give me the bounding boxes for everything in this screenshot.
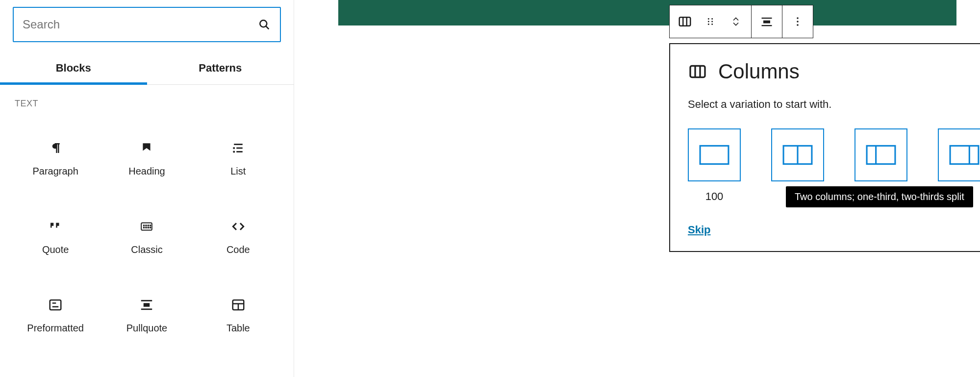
panel-description: Select a variation to start with. [688, 98, 980, 111]
block-preformatted[interactable]: Preformatted [10, 276, 101, 354]
skip-link[interactable]: Skip [688, 224, 710, 236]
svg-rect-20 [144, 303, 150, 307]
svg-point-12 [144, 227, 145, 228]
move-up-down[interactable] [728, 13, 744, 30]
variation-list: 100 [688, 128, 980, 203]
quote-icon [47, 218, 64, 235]
svg-point-11 [150, 225, 151, 226]
search-icon [257, 18, 271, 31]
svg-line-1 [266, 26, 269, 29]
block-label: Table [226, 323, 250, 334]
heading-icon [138, 139, 155, 157]
search-input[interactable] [23, 18, 257, 31]
block-label: Code [226, 244, 250, 255]
page-header-bar [338, 0, 956, 25]
svg-point-9 [146, 225, 147, 226]
block-toolbar [669, 5, 813, 38]
block-paragraph[interactable]: Paragraph [10, 119, 101, 197]
block-list[interactable]: List [193, 119, 284, 197]
svg-rect-43 [700, 146, 729, 164]
variation-tooltip: Two columns; one-third, two-thirds split [786, 186, 973, 207]
svg-rect-16 [50, 300, 61, 310]
block-label: Heading [128, 166, 165, 177]
svg-point-15 [150, 227, 151, 228]
block-grid: Paragraph Heading List Quote [0, 114, 294, 359]
svg-point-0 [260, 20, 267, 27]
svg-point-14 [148, 227, 149, 228]
svg-rect-35 [763, 21, 770, 24]
pullquote-icon [138, 296, 155, 314]
svg-point-28 [708, 18, 709, 20]
svg-point-31 [711, 21, 713, 23]
tab-patterns[interactable]: Patterns [147, 55, 294, 84]
list-icon [229, 139, 247, 157]
inserter-tabs: Blocks Patterns [0, 55, 294, 85]
paragraph-icon [47, 139, 64, 157]
svg-point-29 [711, 18, 713, 20]
tab-blocks[interactable]: Blocks [0, 55, 147, 85]
svg-rect-48 [950, 146, 979, 164]
variation-100[interactable]: 100 [688, 128, 741, 203]
block-label: Preformatted [27, 323, 84, 334]
svg-point-32 [708, 24, 709, 25]
table-icon [229, 296, 247, 314]
align-button[interactable] [758, 13, 775, 30]
block-pullquote[interactable]: Pullquote [101, 276, 192, 354]
block-inserter-sidebar: Blocks Patterns TEXT Paragraph Heading [0, 0, 294, 377]
svg-point-38 [797, 21, 799, 23]
panel-title: Columns [718, 60, 800, 83]
svg-rect-25 [679, 17, 691, 26]
block-table[interactable]: Table [193, 276, 284, 354]
svg-point-39 [797, 24, 799, 26]
drag-handle[interactable] [702, 13, 719, 30]
search-box[interactable] [13, 7, 281, 42]
block-type-button[interactable] [677, 13, 693, 30]
svg-rect-7 [142, 223, 152, 230]
block-label: Pullquote [126, 323, 167, 334]
block-label: Classic [131, 244, 162, 255]
svg-rect-40 [690, 66, 705, 77]
section-title-text: TEXT [0, 85, 294, 114]
columns-icon [688, 62, 707, 81]
svg-point-37 [797, 17, 799, 19]
svg-point-8 [144, 225, 145, 226]
columns-placeholder: Columns Select a variation to start with… [669, 43, 980, 252]
svg-point-6 [233, 151, 234, 152]
block-label: Quote [42, 244, 69, 255]
variation-label: 100 [705, 190, 724, 203]
code-icon [229, 218, 247, 235]
classic-icon [138, 218, 155, 235]
block-classic[interactable]: Classic [101, 197, 192, 276]
svg-point-10 [148, 225, 149, 226]
block-label: List [230, 166, 246, 177]
block-code[interactable]: Code [193, 197, 284, 276]
skip-link-wrap: Skip [688, 224, 980, 236]
svg-point-33 [711, 24, 713, 25]
block-label: Paragraph [32, 166, 78, 177]
block-heading[interactable]: Heading [101, 119, 192, 197]
more-options-button[interactable] [789, 13, 806, 30]
editor-canvas: Columns Select a variation to start with… [294, 0, 980, 377]
svg-point-30 [708, 21, 709, 23]
svg-rect-46 [867, 146, 895, 164]
svg-point-13 [146, 227, 147, 228]
svg-point-5 [233, 148, 234, 149]
preformatted-icon [47, 296, 64, 314]
block-quote[interactable]: Quote [10, 197, 101, 276]
